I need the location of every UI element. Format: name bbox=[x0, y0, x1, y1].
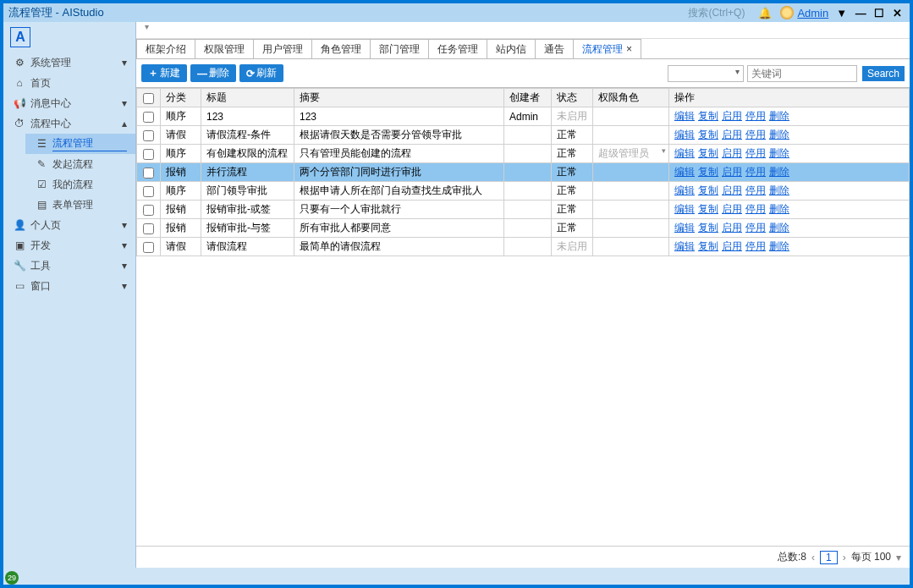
op-copy[interactable]: 复制 bbox=[698, 147, 718, 159]
tab-close-icon[interactable]: × bbox=[626, 43, 632, 55]
search-hint[interactable]: 搜索(Ctrl+Q) bbox=[688, 6, 745, 20]
tab[interactable]: 部门管理 bbox=[371, 39, 429, 58]
table-row[interactable]: 请假请假流程-条件根据请假天数是否需要分管领导审批正常编辑复制启用停用删除 bbox=[137, 126, 910, 145]
cell-role[interactable] bbox=[593, 219, 669, 238]
sidebar-subitem[interactable]: ☰流程管理 bbox=[25, 134, 135, 154]
row-checkbox[interactable] bbox=[143, 205, 154, 216]
op-edit[interactable]: 编辑 bbox=[674, 129, 695, 140]
sidebar-subitem[interactable]: ✎发起流程 bbox=[25, 154, 135, 174]
col-status[interactable]: 状态 bbox=[552, 89, 593, 107]
op-enable[interactable]: 启用 bbox=[722, 147, 742, 159]
delete-button[interactable]: —删除 bbox=[190, 64, 236, 82]
row-checkbox[interactable] bbox=[143, 149, 154, 160]
sidebar-item[interactable]: ⚙系统管理▾ bbox=[3, 52, 135, 73]
tab[interactable]: 框架介绍 bbox=[136, 39, 195, 58]
cell-role[interactable] bbox=[593, 107, 669, 126]
op-copy[interactable]: 复制 bbox=[698, 222, 718, 234]
cell-role[interactable] bbox=[593, 126, 669, 145]
row-checkbox[interactable] bbox=[143, 130, 154, 141]
table-row[interactable]: 报销报销审批-或签只要有一个人审批就行正常编辑复制启用停用删除 bbox=[137, 201, 910, 219]
op-enable[interactable]: 启用 bbox=[722, 110, 742, 122]
cell-role[interactable] bbox=[593, 201, 669, 219]
op-enable[interactable]: 启用 bbox=[722, 203, 742, 215]
col-operate[interactable]: 操作 bbox=[669, 89, 910, 107]
tab[interactable]: 角色管理 bbox=[312, 39, 371, 58]
search-button[interactable]: Search bbox=[862, 66, 905, 81]
op-delete[interactable]: 删除 bbox=[769, 222, 789, 234]
op-disable[interactable]: 停用 bbox=[745, 203, 766, 215]
table-row[interactable]: 顺序123123Admin未启用编辑复制启用停用删除 bbox=[137, 107, 910, 126]
table-row[interactable]: 报销报销审批-与签所有审批人都要同意正常编辑复制启用停用删除 bbox=[137, 219, 910, 238]
refresh-button[interactable]: ⟳刷新 bbox=[239, 64, 283, 82]
op-delete[interactable]: 删除 bbox=[769, 110, 789, 122]
op-delete[interactable]: 删除 bbox=[769, 166, 789, 178]
col-creator[interactable]: 创建者 bbox=[504, 89, 552, 107]
tab[interactable]: 流程管理× bbox=[574, 39, 641, 58]
select-all-checkbox[interactable] bbox=[143, 93, 154, 104]
row-checkbox[interactable] bbox=[143, 186, 154, 197]
col-role[interactable]: 权限角色 bbox=[593, 89, 669, 107]
bell-icon[interactable]: 🔔 bbox=[758, 7, 772, 19]
row-checkbox[interactable] bbox=[143, 112, 154, 123]
op-edit[interactable]: 编辑 bbox=[674, 240, 695, 252]
op-disable[interactable]: 停用 bbox=[745, 240, 766, 252]
prev-page-icon[interactable]: ‹ bbox=[811, 552, 815, 563]
dropdown-icon[interactable]: ▼ bbox=[836, 7, 847, 19]
op-disable[interactable]: 停用 bbox=[745, 222, 766, 234]
cell-role[interactable] bbox=[593, 182, 669, 201]
op-disable[interactable]: 停用 bbox=[745, 129, 766, 140]
sidebar-item[interactable]: 👤个人页▾ bbox=[3, 215, 135, 235]
op-edit[interactable]: 编辑 bbox=[674, 222, 695, 234]
op-disable[interactable]: 停用 bbox=[745, 147, 766, 159]
op-copy[interactable]: 复制 bbox=[698, 240, 718, 252]
op-delete[interactable]: 删除 bbox=[769, 147, 789, 159]
op-copy[interactable]: 复制 bbox=[698, 166, 718, 178]
op-enable[interactable]: 启用 bbox=[722, 129, 742, 140]
app-logo[interactable]: A bbox=[10, 27, 30, 47]
col-summary[interactable]: 摘要 bbox=[294, 89, 504, 107]
table-row[interactable]: 请假请假流程最简单的请假流程未启用编辑复制启用停用删除 bbox=[137, 238, 910, 256]
new-button[interactable]: ＋新建 bbox=[141, 64, 187, 82]
op-edit[interactable]: 编辑 bbox=[674, 166, 695, 178]
tab[interactable]: 权限管理 bbox=[195, 39, 254, 58]
op-disable[interactable]: 停用 bbox=[745, 166, 766, 178]
op-disable[interactable]: 停用 bbox=[745, 110, 766, 122]
cell-role[interactable] bbox=[593, 238, 669, 256]
op-delete[interactable]: 删除 bbox=[769, 184, 789, 196]
op-delete[interactable]: 删除 bbox=[769, 129, 789, 140]
per-page-chevron-icon[interactable]: ▾ bbox=[896, 552, 901, 563]
op-edit[interactable]: 编辑 bbox=[674, 110, 695, 122]
tab[interactable]: 任务管理 bbox=[429, 39, 487, 58]
table-row[interactable]: 顺序部门领导审批根据申请人所在部门自动查找生成审批人正常编辑复制启用停用删除 bbox=[137, 182, 910, 201]
sidebar-item[interactable]: ▣开发▾ bbox=[3, 235, 135, 256]
row-checkbox[interactable] bbox=[143, 168, 154, 179]
corner-badge[interactable]: 29 bbox=[5, 571, 19, 585]
sidebar-subitem[interactable]: ☑我的流程 bbox=[25, 174, 135, 195]
sidebar-item[interactable]: 📢消息中心▾ bbox=[3, 93, 135, 113]
op-edit[interactable]: 编辑 bbox=[674, 184, 695, 196]
op-edit[interactable]: 编辑 bbox=[674, 147, 695, 159]
next-page-icon[interactable]: › bbox=[843, 552, 846, 563]
row-checkbox[interactable] bbox=[143, 223, 154, 234]
col-category[interactable]: 分类 bbox=[161, 89, 201, 107]
maximize-icon[interactable]: ☐ bbox=[874, 7, 884, 19]
table-row[interactable]: 顺序有创建权限的流程只有管理员能创建的流程正常超级管理员编辑复制启用停用删除 bbox=[137, 145, 910, 163]
close-icon[interactable]: ✕ bbox=[893, 7, 902, 19]
op-delete[interactable]: 删除 bbox=[769, 240, 789, 252]
filter-combo[interactable] bbox=[668, 65, 744, 82]
op-enable[interactable]: 启用 bbox=[722, 240, 742, 252]
minimize-icon[interactable]: — bbox=[855, 7, 866, 19]
sidebar-item[interactable]: ⌂首页 bbox=[3, 73, 135, 93]
op-copy[interactable]: 复制 bbox=[698, 129, 718, 140]
op-copy[interactable]: 复制 bbox=[698, 203, 718, 215]
op-copy[interactable]: 复制 bbox=[698, 110, 718, 122]
op-enable[interactable]: 启用 bbox=[722, 166, 742, 178]
sidebar-subitem[interactable]: ▤表单管理 bbox=[25, 195, 135, 215]
op-delete[interactable]: 删除 bbox=[769, 203, 789, 215]
cell-role[interactable]: 超级管理员 bbox=[593, 145, 669, 163]
sidebar-item[interactable]: ⏱流程中心▴ bbox=[3, 113, 135, 134]
page-number[interactable]: 1 bbox=[820, 551, 838, 564]
tab[interactable]: 用户管理 bbox=[254, 39, 312, 58]
op-copy[interactable]: 复制 bbox=[698, 184, 718, 196]
cell-role[interactable] bbox=[593, 163, 669, 182]
